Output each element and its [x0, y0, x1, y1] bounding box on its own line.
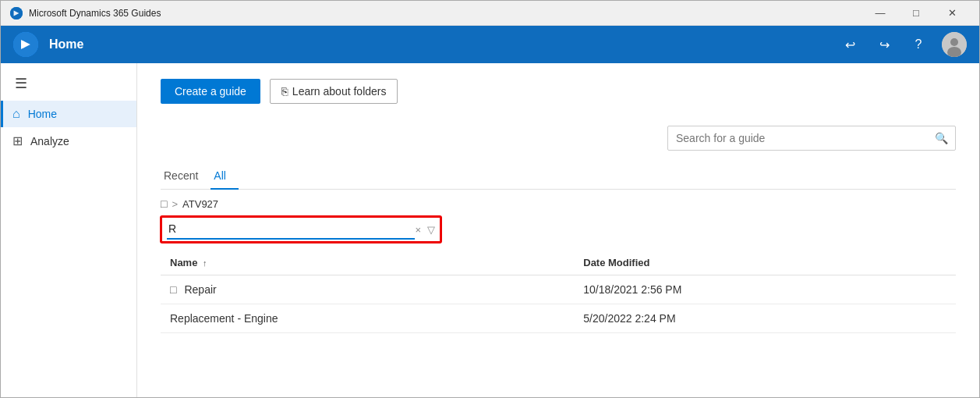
filter-clear-button[interactable]: ×	[415, 224, 421, 236]
home-icon: ⌂	[12, 107, 20, 121]
filter-funnel-button[interactable]: ▽	[427, 224, 435, 236]
breadcrumb-folder-icon: □	[161, 197, 167, 210]
repair-name: Repair	[184, 283, 216, 296]
tab-all[interactable]: All	[211, 163, 239, 190]
breadcrumb-separator: >	[172, 198, 178, 210]
app-logo	[13, 32, 38, 57]
close-button[interactable]: ✕	[934, 1, 970, 26]
learn-folders-button[interactable]: ⎘ Learn about folders	[270, 79, 398, 104]
title-bar: Microsoft Dynamics 365 Guides — □ ✕	[1, 1, 979, 26]
breadcrumb-path: ATV927	[182, 198, 218, 210]
create-guide-button[interactable]: Create a guide	[161, 79, 260, 104]
row-replacement-name: Replacement - Engine	[161, 304, 574, 333]
learn-folders-icon: ⎘	[281, 85, 288, 98]
hamburger-icon: ☰	[15, 75, 27, 92]
title-bar-left: Microsoft Dynamics 365 Guides	[10, 7, 161, 20]
hamburger-menu-button[interactable]: ☰	[5, 69, 37, 98]
window-title: Microsoft Dynamics 365 Guides	[29, 8, 161, 19]
app-header-right: ↩ ↪ ?	[839, 32, 967, 57]
table-header: Name ↑ Date Modified	[161, 251, 956, 275]
filter-row: × ▽	[161, 216, 441, 243]
col-header-name[interactable]: Name ↑	[161, 251, 574, 275]
redo-button[interactable]: ↪	[873, 34, 895, 55]
minimize-button[interactable]: —	[862, 1, 898, 26]
sidebar: ☰ ⌂ Home ⊞ Analyze	[1, 63, 137, 397]
guide-search-icon: 🔍	[935, 132, 948, 144]
sidebar-item-home[interactable]: ⌂ Home	[1, 101, 136, 127]
redo-icon: ↪	[879, 37, 890, 52]
undo-button[interactable]: ↩	[839, 34, 861, 55]
tabs-bar: Recent All	[161, 163, 956, 190]
replacement-name: Replacement - Engine	[170, 312, 278, 325]
repair-folder-icon: □	[170, 283, 176, 296]
learn-folders-label: Learn about folders	[292, 85, 387, 98]
user-avatar[interactable]	[942, 32, 967, 57]
sidebar-item-analyze-label: Analyze	[30, 135, 69, 147]
sidebar-item-analyze[interactable]: ⊞ Analyze	[1, 127, 136, 155]
main-layout: ☰ ⌂ Home ⊞ Analyze Create a guide ⎘ Lear…	[1, 63, 979, 397]
name-sort-icon: ↑	[203, 258, 207, 268]
filter-clear-icon: ×	[415, 224, 421, 236]
tab-recent[interactable]: Recent	[161, 163, 211, 190]
main-content: Create a guide ⎘ Learn about folders 🔍 R…	[137, 63, 979, 397]
col-header-date-modified[interactable]: Date Modified	[574, 251, 956, 275]
window-controls: — □ ✕	[862, 1, 970, 26]
help-button[interactable]: ?	[907, 34, 929, 55]
table-body: □ Repair 10/18/2021 2:56 PM Replacement …	[161, 275, 956, 333]
app-header: Home ↩ ↪ ?	[1, 26, 979, 63]
filter-funnel-icon: ▽	[427, 224, 435, 236]
guides-table: Name ↑ Date Modified □ Repair	[161, 251, 956, 333]
svg-point-3	[950, 38, 958, 46]
toolbar: Create a guide ⎘ Learn about folders	[161, 79, 956, 104]
row-repair-name: □ Repair	[161, 275, 574, 304]
repair-date: 10/18/2021 2:56 PM	[574, 275, 956, 304]
app-header-left: Home	[13, 32, 83, 57]
sidebar-item-home-label: Home	[28, 108, 57, 120]
table-row[interactable]: Replacement - Engine 5/20/2022 2:24 PM	[161, 304, 956, 333]
app-icon	[10, 7, 23, 20]
maximize-button[interactable]: □	[898, 1, 934, 26]
help-icon: ?	[915, 37, 922, 52]
guide-search-wrapper: 🔍	[667, 126, 956, 151]
filter-icons: × ▽	[415, 224, 435, 236]
guide-search-input[interactable]	[667, 126, 956, 151]
app-title: Home	[49, 37, 83, 52]
application-window: Microsoft Dynamics 365 Guides — □ ✕ Home…	[0, 0, 980, 398]
guide-search-area: 🔍	[161, 126, 956, 151]
replacement-date: 5/20/2022 2:24 PM	[574, 304, 956, 333]
analyze-icon: ⊞	[12, 133, 23, 148]
breadcrumb: □ > ATV927	[161, 197, 956, 210]
undo-icon: ↩	[845, 37, 855, 52]
table-row[interactable]: □ Repair 10/18/2021 2:56 PM	[161, 275, 956, 304]
filter-input[interactable]	[167, 219, 415, 240]
